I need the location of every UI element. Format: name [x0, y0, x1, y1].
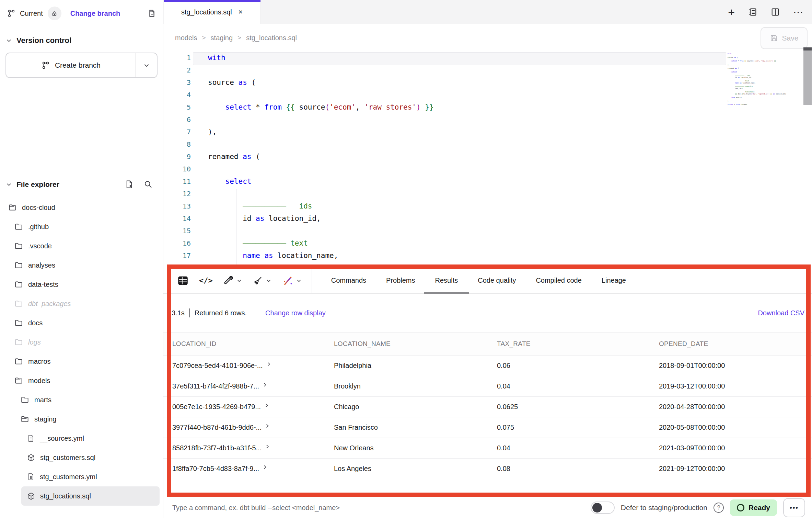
- defer-toggle[interactable]: [591, 502, 615, 514]
- code-line-17[interactable]: 17 name as location_name,: [163, 249, 812, 262]
- new-tab-icon[interactable]: +: [728, 6, 735, 18]
- code-line-4[interactable]: 4: [163, 89, 812, 101]
- expand-row-icon[interactable]: [265, 424, 270, 428]
- editor-scrollbar[interactable]: [803, 47, 812, 267]
- code-line-11[interactable]: 11 select: [163, 175, 812, 188]
- sidebar-item-models[interactable]: models: [0, 371, 163, 390]
- split-editor-icon[interactable]: [770, 7, 780, 17]
- code-text: select: [191, 177, 251, 185]
- overflow-menu-icon[interactable]: ⋯: [793, 7, 804, 17]
- folder-icon: [14, 357, 23, 366]
- panel-tab-lineage[interactable]: Lineage: [602, 268, 626, 294]
- folder-icon: [14, 338, 23, 347]
- code-line-13[interactable]: 13 ────────── ids: [163, 200, 812, 212]
- code-line-7[interactable]: 7),: [163, 126, 812, 138]
- table-cell: 0.04: [488, 444, 650, 452]
- new-file-icon[interactable]: [125, 180, 134, 189]
- sidebar: Current Change branch Version control: [0, 0, 163, 518]
- change-row-display-link[interactable]: Change row display: [265, 309, 326, 317]
- sidebar-item-stg-locations-sql[interactable]: stg_locations.sql: [21, 486, 160, 506]
- breadcrumb-item-staging[interactable]: staging: [211, 34, 233, 42]
- expand-row-icon[interactable]: [263, 465, 267, 470]
- create-branch-dropdown[interactable]: [136, 53, 157, 77]
- code-line-9[interactable]: 9renamed as (: [163, 150, 812, 163]
- panel-tab-commands[interactable]: Commands: [331, 268, 366, 294]
- download-csv-link[interactable]: Download CSV: [758, 309, 804, 317]
- chevron-down-icon[interactable]: [5, 181, 12, 188]
- dbt-cloud-ide: Current Change branch Version control: [0, 0, 812, 518]
- sidebar-item-stg-customers-sql[interactable]: stg_customers.sql: [0, 448, 163, 467]
- expand-row-icon[interactable]: [266, 362, 271, 367]
- sidebar-item-marts[interactable]: marts: [0, 390, 163, 409]
- version-control-section-header[interactable]: Version control: [0, 27, 163, 45]
- sidebar-item-analyses[interactable]: analyses: [0, 256, 163, 275]
- breadcrumb-item-stg-locations-sql[interactable]: stg_locations.sql: [246, 34, 297, 42]
- expand-row-icon[interactable]: [264, 403, 269, 408]
- save-button[interactable]: Save: [761, 27, 808, 49]
- minimap[interactable]: with source as ( select * from {{ source…: [728, 53, 779, 106]
- broom-icon[interactable]: [253, 275, 272, 286]
- file-label: docs-cloud: [22, 204, 55, 212]
- sidebar-item-sources-yml[interactable]: __sources.yml: [0, 429, 163, 448]
- expand-row-icon[interactable]: [265, 444, 270, 449]
- sidebar-item-logs[interactable]: logs: [0, 333, 163, 352]
- code-line-15[interactable]: 15: [163, 225, 812, 237]
- current-branch-label: Current: [20, 10, 43, 18]
- create-branch-main[interactable]: Create branch: [6, 53, 136, 77]
- panel-tab-compiled-code[interactable]: Compiled code: [536, 268, 581, 294]
- code-text: renamed as (: [191, 153, 260, 161]
- code-line-1[interactable]: 1with: [163, 52, 812, 64]
- sidebar-item-docs-cloud[interactable]: docs-cloud: [0, 198, 163, 217]
- folder-icon: [14, 222, 23, 231]
- sidebar-item-data-tests[interactable]: data-tests: [0, 275, 163, 294]
- folder-open-icon: [14, 376, 23, 385]
- format-list-icon[interactable]: [748, 7, 757, 17]
- wrench-icon[interactable]: [223, 275, 242, 286]
- tab-stg-locations[interactable]: stg_locations.sql ✕: [164, 0, 261, 24]
- column-header-tax-rate: TAX_RATE: [488, 340, 650, 348]
- results-panel: </>: [163, 268, 812, 497]
- breadcrumb-item-models[interactable]: models: [175, 34, 197, 42]
- sidebar-item-macros[interactable]: macros: [0, 352, 163, 371]
- code-editor[interactable]: 1with23source as (45 select * from {{ so…: [163, 52, 812, 268]
- code-line-6[interactable]: 6: [163, 113, 812, 126]
- help-icon[interactable]: ?: [714, 503, 724, 513]
- close-icon[interactable]: ✕: [238, 9, 243, 16]
- table-icon[interactable]: [177, 275, 189, 286]
- command-input[interactable]: [172, 504, 591, 512]
- sidebar-item-docs[interactable]: docs: [0, 313, 163, 333]
- code-line-8[interactable]: 8: [163, 138, 812, 150]
- code-line-10[interactable]: 10: [163, 163, 812, 175]
- code-line-12[interactable]: 12: [163, 188, 812, 200]
- code-line-3[interactable]: 3source as (: [163, 76, 812, 89]
- sidebar-item-github[interactable]: .github: [0, 217, 163, 236]
- code-icon[interactable]: </>: [199, 276, 213, 285]
- line-number: 17: [163, 251, 191, 260]
- search-icon[interactable]: [143, 180, 153, 189]
- code-line-14[interactable]: 14 id as location_id,: [163, 212, 812, 225]
- panel-tab-problems[interactable]: Problems: [386, 268, 415, 294]
- code-line-5[interactable]: 5 select * from {{ source('ecom', 'raw_s…: [163, 101, 812, 113]
- panel-tab-results[interactable]: Results: [435, 268, 458, 294]
- scrollbar-thumb[interactable]: [803, 50, 812, 105]
- code-line-2[interactable]: 2: [163, 64, 812, 76]
- defer-label: Defer to staging/production: [621, 504, 707, 512]
- panel-tabs: CommandsProblemsResultsCode qualityCompi…: [331, 268, 626, 294]
- table-cell: 0.075: [488, 424, 650, 431]
- code-line-16[interactable]: 16 ────────── text: [163, 237, 812, 249]
- status-ring-icon: [737, 504, 744, 511]
- sidebar-item-dbt-packages[interactable]: dbt_packages: [0, 294, 163, 313]
- breadcrumb: models>staging>stg_locations.sql: [175, 34, 297, 42]
- copy-icon[interactable]: [147, 9, 156, 18]
- table-cell: Los Angeles: [325, 465, 488, 473]
- magic-wand-icon[interactable]: [282, 275, 302, 286]
- more-options-button[interactable]: •••: [783, 498, 805, 517]
- sidebar-item-staging[interactable]: staging: [0, 409, 163, 429]
- expand-row-icon[interactable]: [263, 382, 267, 387]
- panel-tab-code-quality[interactable]: Code quality: [478, 268, 516, 294]
- change-branch-link[interactable]: Change branch: [70, 10, 120, 18]
- table-cell: 0.06: [488, 362, 650, 370]
- info-divider: [189, 308, 190, 317]
- sidebar-item-stg-customers-yml[interactable]: stg_customers.yml: [0, 467, 163, 486]
- sidebar-item-vscode[interactable]: .vscode: [0, 236, 163, 256]
